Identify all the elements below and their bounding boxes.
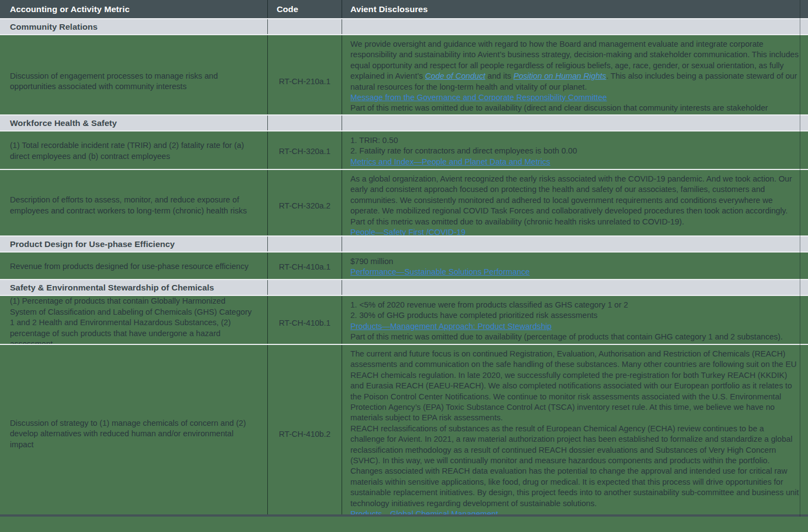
- disclosure-note: Part of this metric was omitted due to a…: [350, 332, 799, 342]
- disclosure-text: 2. 30% of GHG products have completed pr…: [350, 311, 597, 320]
- header-metric-label: Accounting or Activity Metric: [10, 4, 130, 14]
- table-header-row: Accounting or Activity Metric Code Avien…: [0, 0, 808, 18]
- code-cell: RT-CH-210a.1: [267, 35, 342, 128]
- disclosure-text: and its: [485, 72, 513, 80]
- code-cell: RT-CH-410b.2: [267, 345, 342, 523]
- section-code-cell: [267, 237, 342, 251]
- disclosure-cell: $790 million Performance—Sustainable Sol…: [342, 253, 808, 281]
- metrics-and-index-link[interactable]: Metrics and Index—People and Planet Data…: [350, 157, 550, 166]
- section-title: Community Relations: [10, 22, 97, 32]
- code-text: RT-CH-410a.1: [279, 262, 331, 271]
- disclosure-paragraph: REACH reclassifications of substances as…: [350, 424, 799, 467]
- sasb-disclosure-table-page: Accounting or Activity Metric Code Avien…: [0, 0, 808, 532]
- metric-cell: (1) Total recordable incident rate (TRIR…: [0, 131, 267, 171]
- header-code-label: Code: [277, 4, 298, 14]
- disclosure-text: Changes associated with REACH data evalu…: [350, 467, 799, 507]
- disclosure-paragraph: The current and future focus is on conti…: [350, 349, 799, 424]
- disclosure-paragraph: As a global organization, Avient recogni…: [350, 174, 799, 217]
- section-disclosure-cell: [342, 116, 808, 130]
- disclosure-link-line: Message from the Governance and Corporat…: [350, 92, 799, 103]
- position-on-human-rights-link[interactable]: Position on Human Rights: [513, 72, 606, 80]
- section-title-cell: Community Relations: [0, 19, 267, 34]
- disclosure-line: 2. 30% of GHG products have completed pr…: [350, 310, 799, 321]
- disclosure-text: As a global organization, Avient recogni…: [350, 174, 792, 215]
- disclosure-paragraph: Changes associated with REACH data evalu…: [350, 466, 799, 509]
- metric-text: Discussion of strategy to (1) manage che…: [10, 418, 253, 451]
- disclosure-text: Part of this metric was omitted due to a…: [350, 217, 684, 226]
- disclosure-line: 2. Fatality rate for contractors and dir…: [350, 146, 799, 156]
- code-text: RT-CH-320a.2: [279, 201, 331, 210]
- section-disclosure-cell: [342, 280, 808, 295]
- disclosure-line: 1. TRIR: 0.50: [350, 135, 799, 146]
- table-row-rt-ch-320a2: Description of efforts to assess, monito…: [0, 169, 808, 235]
- section-row-chemical-stewardship: Safety & Environmental Stewardship of Ch…: [0, 279, 808, 295]
- metric-text: Discussion of engagement processes to ma…: [10, 71, 253, 92]
- metric-text: (1) Total recordable incident rate (TRIR…: [10, 140, 253, 162]
- code-cell: RT-CH-320a.2: [267, 170, 342, 241]
- section-disclosure-cell: [342, 19, 808, 34]
- disclosure-cell: 1. <5% of 2020 revenue were from product…: [342, 296, 808, 350]
- metric-text: Revenue from products designed for use-p…: [10, 261, 249, 272]
- disclosure-cell: The current and future focus is on conti…: [342, 345, 808, 523]
- code-text: RT-CH-410b.1: [279, 319, 331, 327]
- section-row-community-relations: Community Relations: [0, 18, 808, 34]
- disclosure-note: Part of this metric was omitted due to a…: [350, 217, 799, 227]
- section-title: Safety & Environmental Stewardship of Ch…: [10, 283, 214, 293]
- code-text: RT-CH-410b.2: [279, 430, 331, 438]
- disclosure-link-line: Performance—Sustainable Solutions Perfor…: [350, 267, 799, 277]
- header-disclosures-label: Avient Disclosures: [350, 4, 428, 14]
- code-cell: RT-CH-320a.1: [267, 131, 342, 171]
- product-stewardship-link[interactable]: Products—Management Approach: Product St…: [350, 322, 552, 331]
- section-code-cell: [267, 116, 342, 130]
- section-title-cell: Safety & Environmental Stewardship of Ch…: [0, 280, 267, 295]
- section-disclosure-cell: [342, 237, 808, 251]
- section-code-cell: [267, 19, 342, 34]
- metric-cell: (1) Percentage of products that contain …: [0, 296, 267, 350]
- header-cell-disclosures: Avient Disclosures: [342, 0, 808, 18]
- section-title: Product Design for Use-phase Efficiency: [10, 239, 175, 249]
- table-row-rt-ch-210a1: Discussion of engagement processes to ma…: [0, 34, 808, 114]
- code-text: RT-CH-320a.1: [279, 147, 331, 156]
- metric-cell: Description of efforts to assess, monito…: [0, 170, 267, 241]
- disclosure-text: 1. TRIR: 0.50: [350, 136, 398, 145]
- disclosure-line: 1. <5% of 2020 revenue were from product…: [350, 300, 799, 310]
- code-cell: RT-CH-410a.1: [267, 253, 342, 281]
- table-row-rt-ch-320a1: (1) Total recordable incident rate (TRIR…: [0, 130, 808, 169]
- section-title-cell: Workforce Health & Safety: [0, 116, 267, 130]
- table-row-rt-ch-410b1: (1) Percentage of products that contain …: [0, 295, 808, 344]
- disclosure-text: 1. <5% of 2020 revenue were from product…: [350, 300, 628, 309]
- table-row-rt-ch-410b2: Discussion of strategy to (1) manage che…: [0, 344, 808, 514]
- metric-cell: Discussion of engagement processes to ma…: [0, 35, 267, 128]
- section-title: Workforce Health & Safety: [10, 118, 117, 128]
- metric-text: Description of efforts to assess, monito…: [10, 195, 253, 216]
- governance-committee-message-link[interactable]: Message from the Governance and Corporat…: [350, 93, 607, 102]
- disclosure-text: $790 million: [350, 257, 393, 266]
- disclosure-line: $790 million: [350, 256, 799, 267]
- code-cell: RT-CH-410b.1: [267, 296, 342, 350]
- disclosure-text: 2. Fatality rate for contractors and dir…: [350, 146, 577, 155]
- disclosure-text: The current and future focus is on conti…: [350, 349, 796, 422]
- section-row-product-design: Product Design for Use-phase Efficiency: [0, 235, 808, 251]
- disclosure-link-line: Metrics and Index—People and Planet Data…: [350, 157, 799, 167]
- section-code-cell: [267, 280, 342, 295]
- header-cell-code: Code: [267, 0, 342, 18]
- disclosure-cell: As a global organization, Avient recogni…: [342, 170, 808, 241]
- code-of-conduct-link[interactable]: Code of Conduct: [425, 72, 486, 80]
- disclosure-cell: We provide oversight and guidance with r…: [342, 35, 808, 128]
- sustainable-solutions-performance-link[interactable]: Performance—Sustainable Solutions Perfor…: [350, 267, 530, 276]
- metric-cell: Revenue from products designed for use-p…: [0, 253, 267, 281]
- metric-text: (1) Percentage of products that contain …: [10, 296, 253, 350]
- disclosure-cell: 1. TRIR: 0.50 2. Fatality rate for contr…: [342, 131, 808, 171]
- partial-next-row: [0, 517, 808, 532]
- section-row-workforce-health-safety: Workforce Health & Safety: [0, 114, 808, 130]
- disclosure-paragraph: We provide oversight and guidance with r…: [350, 39, 799, 92]
- table-row-rt-ch-410a1: Revenue from products designed for use-p…: [0, 251, 808, 279]
- disclosure-text: Part of this metric was omitted due to a…: [350, 332, 783, 341]
- header-cell-metric: Accounting or Activity Metric: [0, 0, 267, 18]
- section-title-cell: Product Design for Use-phase Efficiency: [0, 237, 267, 251]
- code-text: RT-CH-210a.1: [279, 77, 331, 86]
- disclosure-text: REACH reclassifications of substances as…: [350, 424, 793, 465]
- disclosure-link-line: Products—Management Approach: Product St…: [350, 321, 799, 332]
- metric-cell: Discussion of strategy to (1) manage che…: [0, 345, 267, 523]
